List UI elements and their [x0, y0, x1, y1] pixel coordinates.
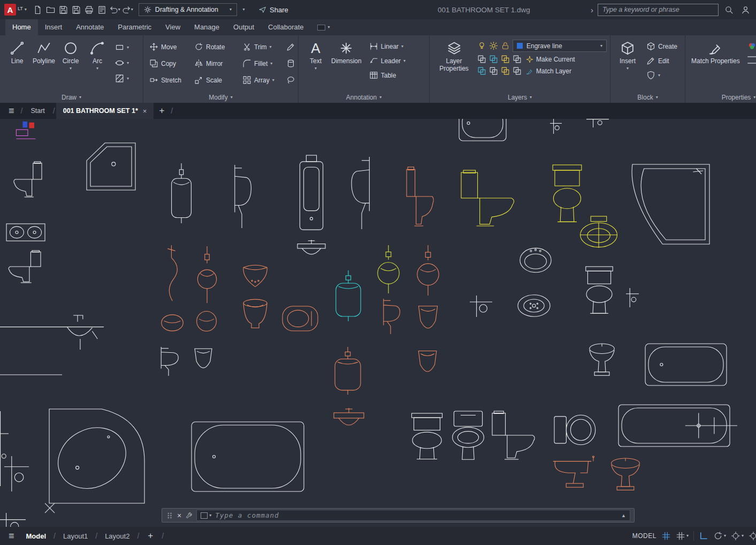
object-color-button[interactable]	[746, 41, 756, 52]
tab-parametric[interactable]: Parametric	[111, 19, 158, 35]
search-input[interactable]	[598, 4, 719, 16]
isodraft-toggle[interactable]: ▾	[713, 531, 726, 541]
tab-manage[interactable]: Manage	[187, 19, 226, 35]
ortho-mode-toggle[interactable]	[699, 531, 708, 541]
lineweight-dropdown[interactable]	[746, 62, 756, 65]
copy-tool[interactable]: Copy	[148, 58, 193, 69]
sheet-set-button[interactable]	[96, 3, 108, 16]
rectangle-tool[interactable]: ▾	[113, 42, 131, 53]
tab-annotate[interactable]: Annotate	[69, 19, 111, 35]
new-layout-button[interactable]: +	[142, 531, 158, 541]
table-tool[interactable]: Table	[368, 70, 407, 81]
layer-walk-icon[interactable]	[513, 66, 522, 75]
layer-off-icon[interactable]	[513, 55, 522, 64]
panel-draw-label[interactable]: Draw▾	[0, 92, 143, 103]
snap-mode-toggle[interactable]: ▾	[676, 531, 689, 541]
tab-view[interactable]: View	[158, 19, 187, 35]
offset-tool[interactable]	[285, 58, 297, 69]
grid-display-toggle[interactable]	[661, 531, 671, 541]
undo-button[interactable]: ▾	[109, 3, 121, 16]
layer-isolate-icon[interactable]	[489, 55, 498, 64]
tab-drawing-active[interactable]: 001 BATHROOM SET 1* ×	[56, 103, 154, 119]
model-tab[interactable]: Model	[22, 531, 51, 541]
tab-home[interactable]: Home	[5, 19, 38, 35]
command-input[interactable]	[215, 511, 617, 519]
leader-tool[interactable]: Leader▾	[368, 55, 407, 66]
save-button[interactable]	[57, 3, 70, 16]
drawing-canvas[interactable]: × ▾ ▲	[0, 119, 756, 527]
panel-block-label[interactable]: Block▾	[610, 92, 685, 103]
command-bar-close-icon[interactable]: ×	[177, 512, 181, 519]
panel-layers-label[interactable]: Layers▾	[430, 92, 610, 103]
layout1-tab[interactable]: Layout1	[59, 531, 92, 541]
ellipse-tool[interactable]: ▾	[113, 57, 131, 69]
text-tool[interactable]: A Text ▾	[303, 39, 329, 92]
create-block-button[interactable]: Create	[645, 41, 679, 52]
layer-properties-button[interactable]: Layer Properties	[434, 39, 474, 92]
snap-tracking-toggle[interactable]	[749, 531, 756, 541]
line-tool[interactable]: Line	[4, 39, 30, 92]
panel-annotation-label[interactable]: Annotation▾	[299, 92, 429, 103]
workspace-selector[interactable]: Drafting & Annotation ▾	[139, 3, 237, 16]
layer-unisolate-icon[interactable]	[477, 66, 486, 75]
mirror-tool[interactable]: Mirror	[193, 58, 241, 69]
layer-lock-toggle-icon[interactable]	[501, 66, 510, 75]
layer-freeze-sun-icon[interactable]	[489, 41, 498, 50]
tab-insert[interactable]: Insert	[38, 19, 70, 35]
search-button[interactable]	[723, 3, 735, 16]
make-current-button[interactable]: Make Current	[524, 55, 577, 64]
command-history-toggle-icon[interactable]: ▲	[621, 513, 626, 518]
linear-dimension-tool[interactable]: Linear▾	[368, 41, 407, 52]
scale-tool[interactable]: Scale	[193, 74, 241, 86]
dimension-tool[interactable]: Dimension	[330, 39, 363, 92]
command-prompt-icon[interactable]: ▾	[201, 512, 211, 519]
rotate-tool[interactable]: Rotate	[193, 41, 241, 52]
layer-on-bulb-icon[interactable]	[477, 41, 486, 50]
layer-thaw-icon[interactable]	[489, 66, 498, 75]
share-button[interactable]: Share	[259, 6, 288, 14]
new-drawing-tab-button[interactable]: +	[154, 105, 170, 116]
quick-access-customize-button[interactable]: ▾	[238, 3, 250, 16]
app-menu-button[interactable]: A LT ▾	[4, 4, 27, 16]
close-tab-icon[interactable]: ×	[143, 107, 147, 115]
layer-dropdown[interactable]: Engrave line ▾	[513, 40, 607, 52]
move-tool[interactable]: Move	[148, 41, 193, 52]
account-button[interactable]	[739, 3, 752, 16]
command-settings-wrench-icon[interactable]	[185, 512, 193, 519]
plot-button[interactable]	[83, 3, 95, 16]
tab-start[interactable]: Start	[24, 103, 51, 119]
redo-button[interactable]: ▾	[121, 3, 134, 16]
open-file-button[interactable]	[44, 3, 57, 16]
object-snap-toggle[interactable]: ▾	[731, 531, 744, 541]
panel-properties-label[interactable]: Properties▾	[685, 92, 756, 103]
command-input-box[interactable]: ▾ ▲	[196, 510, 630, 521]
layout2-tab[interactable]: Layout2	[101, 531, 134, 541]
file-tabs-menu-icon[interactable]: ≡	[3, 105, 20, 117]
block-attributes-button[interactable]: ▾	[645, 70, 679, 81]
layer-lock-icon[interactable]	[501, 41, 510, 50]
arc-tool[interactable]: Arc ▾	[85, 39, 110, 92]
match-properties-button[interactable]: Match Properties	[690, 39, 742, 92]
tab-collaborate[interactable]: Collaborate	[261, 19, 311, 35]
layer-freeze-icon[interactable]	[501, 55, 510, 64]
linetype-dropdown[interactable]	[746, 55, 756, 58]
layout-menu-icon[interactable]: ≡	[3, 531, 20, 542]
titlebar-expand-icon[interactable]: ›	[591, 5, 593, 14]
model-space-badge[interactable]: MODEL	[632, 532, 656, 540]
save-as-button[interactable]	[70, 3, 82, 16]
erase-tool[interactable]	[285, 41, 297, 52]
panel-modify-label[interactable]: Modify▾	[143, 92, 298, 103]
tab-output[interactable]: Output	[226, 19, 261, 35]
ribbon-display-toggle[interactable]: ▾	[311, 19, 337, 35]
polyline-tool[interactable]: Polyline	[31, 39, 57, 92]
insert-block-button[interactable]: Insert ▾	[615, 39, 640, 92]
circle-tool[interactable]: Circle ▾	[58, 39, 83, 92]
command-bar-grip-icon[interactable]	[166, 512, 173, 519]
array-tool[interactable]: Array▾	[241, 74, 285, 86]
hatch-tool[interactable]: ▾	[113, 73, 131, 84]
stretch-tool[interactable]: Stretch	[148, 74, 193, 86]
layer-state-icon[interactable]	[477, 55, 486, 64]
new-file-button[interactable]	[32, 3, 44, 16]
fillet-tool[interactable]: Fillet▾	[241, 58, 285, 69]
explode-tool[interactable]	[285, 74, 297, 86]
